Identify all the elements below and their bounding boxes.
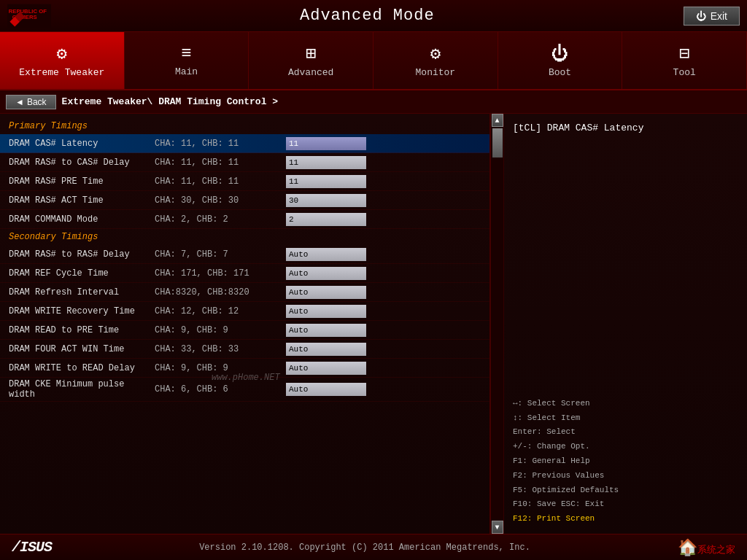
setting-dram-command-mode[interactable]: DRAM COMMAND Mode CHA: 2, CHB: 2 2: [0, 210, 489, 229]
back-button[interactable]: ◄ Back: [6, 95, 56, 109]
exit-button[interactable]: ⏻ Exit: [684, 7, 740, 26]
kb-f10: F10: Save ESC: Exit: [513, 497, 619, 512]
back-label: Back: [27, 97, 47, 107]
section-secondary-header: Secondary Timings: [0, 229, 489, 245]
setting-dram-write-recovery[interactable]: DRAM WRITE Recovery Time CHA: 12, CHB: 1…: [0, 302, 489, 321]
tab-extreme-tweaker[interactable]: ⚙ Extreme Tweaker: [0, 32, 125, 89]
tab-boot-label: Boot: [549, 67, 571, 78]
kb-f5: F5: Optimized Defaults: [513, 483, 619, 498]
scroll-thumb[interactable]: [492, 128, 503, 158]
help-title: [tCL] DRAM CAS# Latency: [513, 122, 738, 133]
keybinds: ↔: Select Screen ↕: Select Item Enter: S…: [513, 397, 619, 526]
tab-tool[interactable]: ⊟ Tool: [622, 32, 747, 89]
tab-monitor-label: Monitor: [416, 67, 456, 78]
setting-dram-cas-latency[interactable]: DRAM CAS# Latency CHA: 11, CHB: 11 11: [0, 134, 489, 153]
nav-tabs: ⚙ Extreme Tweaker ≡ Main ⊞ Advanced ⚙ Mo…: [0, 32, 747, 90]
footer-copyright: Version 2.10.1208. Copyright (C) 2011 Am…: [199, 542, 530, 553]
footer-site-logo: 🏠系统之家: [678, 538, 735, 557]
monitor-icon: ⚙: [430, 43, 441, 64]
setting-dram-refresh-interval[interactable]: DRAM Refresh Interval CHA:8320, CHB:8320…: [0, 283, 489, 302]
header: REPUBLIC OF GAMERS Advanced Mode ⏻ Exit: [0, 0, 747, 32]
section-primary-header: Primary Timings: [0, 118, 489, 134]
setting-dram-cke-min-pulse[interactable]: DRAM CKE Minimum pulse width CHA: 6, CHB…: [0, 378, 489, 402]
extreme-tweaker-icon: ⚙: [57, 43, 67, 64]
scroll-track[interactable]: [492, 127, 503, 521]
header-logo: REPUBLIC OF GAMERS: [7, 4, 51, 28]
tab-advanced[interactable]: ⊞ Advanced: [249, 32, 374, 89]
rog-logo-icon: REPUBLIC OF GAMERS: [7, 4, 51, 28]
header-title: Advanced Mode: [300, 7, 435, 25]
help-panel: [tCL] DRAM CAS# Latency ↔: Select Screen…: [503, 114, 747, 534]
boot-icon: ⏻: [551, 43, 569, 64]
breadcrumb-bar: ◄ Back Extreme Tweaker\ DRAM Timing Cont…: [0, 90, 747, 114]
tab-extreme-tweaker-label: Extreme Tweaker: [19, 67, 104, 78]
main-icon: ≡: [181, 44, 191, 63]
asus-logo: /ISUS: [12, 539, 52, 556]
tab-advanced-label: Advanced: [288, 67, 333, 78]
tab-main-label: Main: [175, 66, 198, 77]
kb-f1: F1: General Help: [513, 454, 619, 469]
tab-main[interactable]: ≡ Main: [125, 32, 249, 89]
kb-enter: Enter: Select: [513, 425, 619, 440]
back-arrow-icon: ◄: [15, 97, 24, 107]
setting-dram-four-act-win[interactable]: DRAM FOUR ACT WIN Time CHA: 33, CHB: 33 …: [0, 340, 489, 359]
exit-label: Exit: [711, 10, 727, 22]
setting-dram-read-pre-time[interactable]: DRAM READ to PRE Time CHA: 9, CHB: 9 Aut…: [0, 321, 489, 340]
setting-dram-write-read-delay[interactable]: DRAM WRITE to READ Delay CHA: 9, CHB: 9 …: [0, 359, 489, 378]
kb-select-screen: ↔: Select Screen: [513, 397, 619, 411]
tab-tool-label: Tool: [673, 67, 696, 78]
tab-monitor[interactable]: ⚙ Monitor: [374, 32, 498, 89]
setting-dram-ras-ras-delay[interactable]: DRAM RAS# to RAS# Delay CHA: 7, CHB: 7 A…: [0, 245, 489, 264]
scroll-down-button[interactable]: ▼: [492, 521, 503, 534]
scroll-up-button[interactable]: ▲: [492, 114, 503, 127]
svg-text:REPUBLIC OF: REPUBLIC OF: [9, 7, 47, 14]
scrollbar: ▲ ▼: [490, 114, 503, 534]
advanced-icon: ⊞: [306, 43, 316, 64]
setting-dram-ras-pre-time[interactable]: DRAM RAS# PRE Time CHA: 11, CHB: 11 11: [0, 172, 489, 191]
setting-dram-ras-cas-delay[interactable]: DRAM RAS# to CAS# Delay CHA: 11, CHB: 11…: [0, 153, 489, 172]
setting-dram-ref-cycle-time[interactable]: DRAM REF Cycle Time CHA: 171, CHB: 171 A…: [0, 264, 489, 283]
kb-change-opt: +/-: Change Opt.: [513, 440, 619, 454]
setting-dram-ras-act-time[interactable]: DRAM RAS# ACT Time CHA: 30, CHB: 30 30: [0, 191, 489, 210]
kb-f2: F2: Previous Values: [513, 469, 619, 483]
settings-panel: Primary Timings DRAM CAS# Latency CHA: 1…: [0, 114, 490, 534]
footer: /ISUS Version 2.10.1208. Copyright (C) 2…: [0, 534, 747, 560]
exit-icon: ⏻: [696, 10, 706, 22]
kb-select-item: ↕: Select Item: [513, 411, 619, 426]
breadcrumb-path: Extreme Tweaker\ DRAM Timing Control >: [62, 96, 278, 107]
kb-f12: F12: Print Screen: [513, 512, 619, 526]
tool-icon: ⊟: [679, 43, 689, 64]
main-content: Primary Timings DRAM CAS# Latency CHA: 1…: [0, 114, 747, 534]
tab-boot[interactable]: ⏻ Boot: [498, 32, 623, 89]
